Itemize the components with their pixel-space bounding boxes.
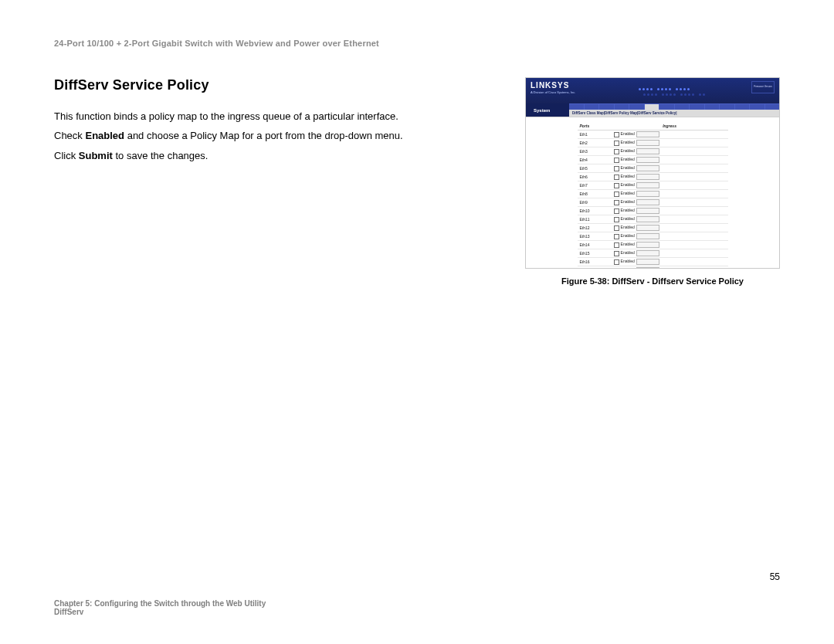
content-row: DiffServ Service Policy This function bi…: [54, 77, 780, 286]
policy-select[interactable]: [636, 199, 659, 205]
policy-select[interactable]: [636, 191, 659, 197]
nav-tab[interactable]: [615, 104, 629, 110]
port-cell: Eth9: [578, 198, 612, 207]
nav-tab[interactable]: [659, 104, 674, 110]
table-row: Eth13Enabled: [578, 232, 728, 241]
port-cell: Eth13: [578, 232, 612, 241]
policy-select[interactable]: [636, 250, 659, 256]
nav-tab[interactable]: [629, 104, 644, 110]
breadcrumb: DiffServ Class Map|DiffServ Policy Map|D…: [569, 110, 779, 117]
policy-select[interactable]: [636, 225, 659, 231]
table-row: Eth15Enabled: [578, 249, 728, 258]
policy-select[interactable]: [636, 208, 659, 214]
figure-body[interactable]: Ports Ingress Eth1EnabledEth2EnabledEth3…: [526, 117, 779, 268]
ingress-cell: Enabled: [612, 181, 728, 190]
table-row: Eth10Enabled: [578, 207, 728, 215]
enabled-checkbox[interactable]: [614, 166, 619, 171]
policy-select[interactable]: [636, 216, 659, 222]
ingress-cell: Enabled: [612, 266, 728, 269]
enabled-checkbox[interactable]: [614, 158, 619, 163]
footer-chapter: Chapter 5: Configuring the Switch throug…: [54, 599, 780, 608]
ingress-cell: Enabled: [612, 215, 728, 224]
enabled-checkbox[interactable]: [614, 149, 619, 154]
port-cell: Eth3: [578, 147, 612, 156]
nav-tab[interactable]: [585, 104, 599, 110]
body-text: This function binds a policy map to the …: [54, 107, 502, 164]
document-page: 24-Port 10/100 + 2-Port Gigabit Switch w…: [0, 0, 834, 644]
enabled-checkbox[interactable]: [614, 132, 619, 137]
enabled-label: Enabled: [621, 259, 635, 263]
enabled-checkbox[interactable]: [614, 208, 619, 214]
policy-select[interactable]: [636, 259, 659, 265]
page-header: 24-Port 10/100 + 2-Port Gigabit Switch w…: [54, 39, 780, 48]
table-row: Eth7Enabled: [578, 181, 728, 190]
enabled-label: Enabled: [621, 233, 635, 238]
nav-tab-active[interactable]: [645, 104, 659, 110]
nav-tab[interactable]: [690, 104, 704, 110]
enabled-checkbox[interactable]: [614, 217, 619, 222]
port-cell: Eth10: [578, 207, 612, 215]
enabled-checkbox[interactable]: [614, 225, 619, 231]
table-row: Eth2Enabled: [578, 139, 728, 147]
enabled-label: Enabled: [621, 250, 635, 255]
firmware-badge: Firmware Version: [751, 81, 775, 93]
footer-section: DiffServ: [54, 608, 780, 616]
enabled-checkbox[interactable]: [614, 141, 619, 146]
port-cell: Eth16: [578, 258, 612, 266]
nav-tab[interactable]: [675, 104, 690, 110]
table-row: Eth4Enabled: [578, 156, 728, 164]
paragraph-3: Click Submit to save the changes.: [54, 147, 502, 164]
enabled-checkbox[interactable]: [614, 268, 619, 269]
led-row-bottom: [585, 93, 708, 96]
nav-tab[interactable]: [750, 104, 764, 110]
led-row-top: [600, 88, 693, 90]
nav-tab[interactable]: [705, 104, 720, 110]
enabled-checkbox[interactable]: [614, 234, 619, 239]
table-row: Eth5Enabled: [578, 164, 728, 173]
ingress-cell: Enabled: [612, 241, 728, 249]
section-title: DiffServ Service Policy: [54, 77, 502, 93]
nav-tab[interactable]: [765, 104, 780, 110]
ingress-cell: Enabled: [612, 164, 728, 173]
enabled-checkbox[interactable]: [614, 183, 619, 188]
enabled-checkbox[interactable]: [614, 200, 619, 205]
enabled-checkbox[interactable]: [614, 259, 619, 265]
policy-select[interactable]: [636, 233, 659, 239]
policy-select[interactable]: [636, 131, 659, 137]
enabled-checkbox[interactable]: [614, 242, 619, 248]
enabled-checkbox[interactable]: [614, 192, 619, 197]
policy-select[interactable]: [636, 165, 659, 171]
ingress-cell: Enabled: [612, 190, 728, 198]
enabled-label: Enabled: [621, 140, 635, 144]
port-cell: Eth8: [578, 190, 612, 198]
nav-tab[interactable]: [735, 104, 750, 110]
enabled-label: Enabled: [621, 131, 635, 136]
enabled-checkbox[interactable]: [614, 175, 619, 180]
enabled-label: Enabled: [621, 191, 635, 195]
nav-tab[interactable]: [569, 104, 584, 110]
nav-tab[interactable]: [599, 104, 614, 110]
table-row: Eth6Enabled: [578, 173, 728, 181]
table-row: Eth14Enabled: [578, 241, 728, 249]
ingress-cell: Enabled: [612, 139, 728, 147]
port-cell: Eth1: [578, 130, 612, 139]
policy-select[interactable]: [636, 140, 659, 146]
policy-select[interactable]: [636, 148, 659, 154]
port-cell: Eth11: [578, 215, 612, 224]
policy-select[interactable]: [636, 182, 659, 188]
table-row: Eth8Enabled: [578, 190, 728, 198]
enabled-label: Enabled: [621, 182, 635, 187]
enabled-label: Enabled: [621, 165, 635, 170]
ingress-cell: Enabled: [612, 258, 728, 266]
enabled-label: Enabled: [621, 225, 635, 229]
policy-select[interactable]: [636, 242, 659, 248]
port-cell: Eth17: [578, 266, 612, 269]
policy-select[interactable]: [636, 267, 659, 268]
port-cell: Eth12: [578, 224, 612, 232]
enabled-checkbox[interactable]: [614, 251, 619, 256]
ingress-cell: Enabled: [612, 147, 728, 156]
nav-tab[interactable]: [720, 104, 734, 110]
table-row: Eth17Enabled: [578, 266, 728, 269]
policy-select[interactable]: [636, 157, 659, 163]
policy-select[interactable]: [636, 174, 659, 180]
